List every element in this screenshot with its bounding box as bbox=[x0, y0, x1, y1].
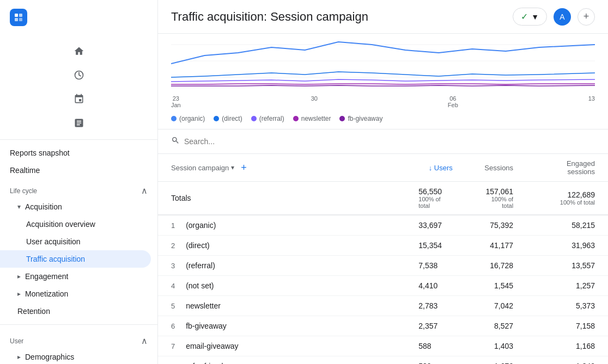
row-engaged-cell: 1,240 bbox=[526, 356, 608, 365]
table-row: 3 (referral) 7,538 16,728 13,557 bbox=[158, 256, 608, 276]
sidebar-item-acquisition-overview[interactable]: Acquisition overview bbox=[0, 215, 151, 233]
totals-users-cell: 56,550 100% of total bbox=[405, 182, 466, 215]
add-dimension-button[interactable]: + bbox=[241, 162, 247, 174]
totals-engaged-cell: 122,689 100% of total bbox=[526, 182, 608, 215]
sidebar-item-demographics[interactable]: ▸ Demographics bbox=[0, 348, 151, 364]
legend-newsletter: newsletter bbox=[293, 115, 331, 122]
sidebar-item-acquisition[interactable]: ▾ Acquisition bbox=[0, 198, 151, 215]
acquisition-label: Acquisition bbox=[25, 202, 62, 211]
realtime-label: Realtime bbox=[10, 166, 40, 175]
demographics-label: Demographics bbox=[25, 353, 74, 361]
row-engaged-cell: 1,168 bbox=[526, 336, 608, 356]
row-engaged-cell: 7,158 bbox=[526, 316, 608, 336]
check-icon: ✓ bbox=[521, 11, 528, 22]
retention-label: Retention bbox=[17, 307, 50, 316]
row-label-cell: 2 (direct) bbox=[158, 236, 405, 256]
sidebar-item-reports-snapshot[interactable]: Reports snapshot bbox=[0, 144, 151, 162]
demographics-expand-icon: ▸ bbox=[17, 353, 21, 361]
legend-label-referral: (referral) bbox=[259, 115, 284, 122]
legend-organic: (organic) bbox=[171, 115, 205, 122]
app-logo-icon[interactable] bbox=[10, 9, 27, 26]
x-label-feb13: 13 bbox=[588, 95, 595, 108]
lifecycle-chevron-icon: ∧ bbox=[141, 186, 148, 196]
main-header: Traffic acquisition: Session campaign ✓ … bbox=[158, 0, 608, 34]
row-sessions-cell: 75,392 bbox=[466, 215, 526, 236]
sidebar-logo-area bbox=[0, 0, 157, 35]
col-header-users[interactable]: ↓ Users bbox=[405, 154, 466, 182]
add-button[interactable]: + bbox=[577, 8, 595, 26]
sidebar-item-monetization[interactable]: ▸ Monetization bbox=[0, 285, 151, 303]
monetization-label: Monetization bbox=[25, 289, 68, 298]
row-users-cell: 7,538 bbox=[405, 256, 466, 276]
sidebar-icon-lifecycle[interactable] bbox=[68, 88, 90, 110]
row-label-cell: 1 (organic) bbox=[158, 215, 405, 236]
legend-dot-organic bbox=[171, 116, 177, 121]
table-row: 5 newsletter 2,783 7,042 5,373 bbox=[158, 296, 608, 316]
row-sessions-cell: 1,676 bbox=[466, 356, 526, 365]
sidebar-item-retention[interactable]: Retention bbox=[0, 303, 151, 320]
svg-rect-1 bbox=[19, 14, 22, 17]
page-title: Traffic acquisition: Session campaign bbox=[171, 10, 506, 24]
row-label-cell: 5 newsletter bbox=[158, 296, 405, 316]
sidebar-item-realtime[interactable]: Realtime bbox=[0, 162, 151, 179]
row-engaged-cell: 5,373 bbox=[526, 296, 608, 316]
row-sessions-cell: 1,545 bbox=[466, 276, 526, 296]
table-header-row: Session campaign ▾ + ↓ Users Sessions En… bbox=[158, 154, 608, 182]
row-sessions-cell: 7,042 bbox=[466, 296, 526, 316]
legend-dot-direct bbox=[214, 116, 219, 121]
status-button[interactable]: ✓ ▼ bbox=[513, 8, 547, 26]
acquisition-expand-icon: ▾ bbox=[17, 203, 21, 211]
totals-label-cell: Totals bbox=[158, 182, 405, 215]
svg-rect-2 bbox=[15, 18, 18, 21]
legend-dot-fb-giveaway bbox=[339, 116, 345, 121]
table-row: 7 email-giveaway 588 1,403 1,168 bbox=[158, 336, 608, 356]
row-sessions-cell: 41,177 bbox=[466, 236, 526, 256]
legend-label-organic: (organic) bbox=[179, 115, 205, 122]
main-content: Traffic acquisition: Session campaign ✓ … bbox=[158, 0, 608, 364]
lifecycle-section[interactable]: Life cycle ∧ bbox=[0, 179, 157, 198]
row-engaged-cell: 58,215 bbox=[526, 215, 608, 236]
col-header-sessions[interactable]: Sessions bbox=[466, 154, 526, 182]
legend-dot-referral bbox=[251, 116, 257, 121]
svg-rect-0 bbox=[15, 14, 18, 17]
x-label-jan30: 30 bbox=[311, 95, 318, 108]
status-dropdown-icon: ▼ bbox=[531, 13, 539, 21]
legend-referral: (referral) bbox=[251, 115, 284, 122]
session-campaign-header[interactable]: Session campaign bbox=[171, 164, 229, 172]
chart-legend: (organic) (direct) (referral) newsletter… bbox=[171, 110, 595, 129]
row-sessions-cell: 8,527 bbox=[466, 316, 526, 336]
data-table: Session campaign ▾ + ↓ Users Sessions En… bbox=[158, 154, 608, 364]
sidebar-icon-reports[interactable] bbox=[68, 112, 90, 134]
sidebar-item-traffic-acquisition[interactable]: Traffic acquisition bbox=[0, 250, 151, 268]
legend-direct: (direct) bbox=[214, 115, 242, 122]
row-users-cell: 2,357 bbox=[405, 316, 466, 336]
col-header-engaged[interactable]: Engaged sessions bbox=[526, 154, 608, 182]
sidebar-icon-home[interactable] bbox=[68, 40, 90, 62]
sidebar-icon-realtime[interactable] bbox=[68, 64, 90, 86]
row-engaged-cell: 13,557 bbox=[526, 256, 608, 276]
search-bar bbox=[158, 129, 608, 154]
sidebar: Reports snapshot Realtime Life cycle ∧ ▾… bbox=[0, 0, 158, 364]
user-chevron-icon: ∧ bbox=[141, 336, 148, 346]
row-label-cell: 7 email-giveaway bbox=[158, 336, 405, 356]
row-users-cell: 15,354 bbox=[405, 236, 466, 256]
chart-x-labels: 23Jan 30 06Feb 13 bbox=[171, 95, 595, 110]
sidebar-item-user-acquisition[interactable]: User acquisition bbox=[0, 233, 151, 250]
search-input[interactable] bbox=[184, 137, 595, 146]
engagement-label: Engagement bbox=[25, 272, 68, 281]
user-acquisition-label: User acquisition bbox=[26, 237, 81, 246]
row-label-cell: 4 (not set) bbox=[158, 276, 405, 296]
sidebar-item-engagement[interactable]: ▸ Engagement bbox=[0, 268, 151, 285]
x-label-feb06: 06Feb bbox=[448, 95, 458, 108]
table-body: Totals 56,550 100% of total 157,061 100%… bbox=[158, 182, 608, 365]
avatar-button[interactable]: A bbox=[554, 8, 571, 26]
row-label-cell: 6 fb-giveaway bbox=[158, 316, 405, 336]
user-section-label: User bbox=[10, 337, 23, 345]
legend-label-direct: (direct) bbox=[222, 115, 242, 122]
row-users-cell: 2,783 bbox=[405, 296, 466, 316]
user-section[interactable]: User ∧ bbox=[0, 329, 157, 348]
dropdown-arrow-icon[interactable]: ▾ bbox=[231, 164, 234, 171]
row-users-cell: 588 bbox=[405, 336, 466, 356]
traffic-acquisition-label: Traffic acquisition bbox=[26, 255, 85, 263]
row-users-cell: 33,697 bbox=[405, 215, 466, 236]
